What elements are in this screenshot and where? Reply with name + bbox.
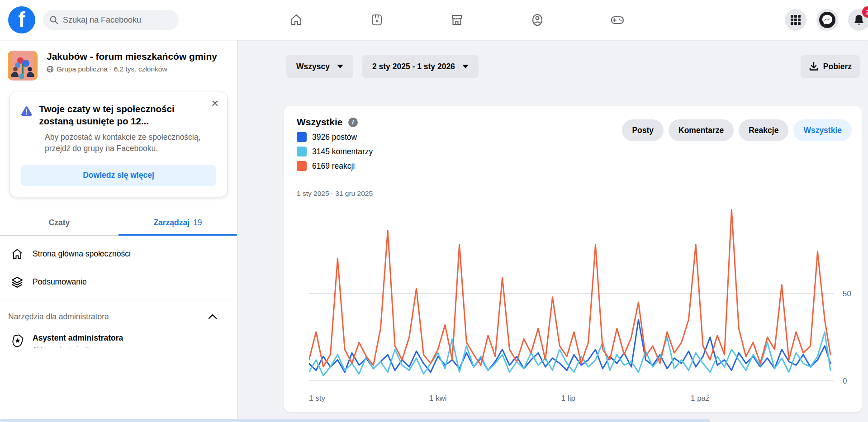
download-icon: [809, 62, 819, 71]
svg-text:1 kwi: 1 kwi: [429, 394, 447, 403]
groups-icon: [530, 13, 545, 27]
learn-more-button[interactable]: Dowiedz się więcej: [21, 165, 216, 186]
nav-tabs: [278, 0, 636, 40]
chevron-up-icon: [208, 314, 217, 319]
tab-czaty-label: Czaty: [49, 218, 70, 228]
group-name[interactable]: Jakubów - forum mieszkańców gminy: [47, 51, 217, 62]
watch-icon: [370, 13, 384, 27]
nav-home[interactable]: [278, 0, 314, 40]
warning-icon: [21, 103, 32, 119]
svg-text:1 paź: 1 paź: [691, 394, 710, 403]
tab-zarzadzaj-count: 19: [193, 218, 202, 228]
sidebar-tabs: Czaty Zarządzaj 19: [0, 210, 237, 236]
chevron-down-icon: [337, 65, 343, 68]
admin-tools-section-header[interactable]: Narzędzia dla administratora: [0, 304, 237, 328]
svg-text:50: 50: [843, 289, 851, 298]
sidebar-item-overview[interactable]: Podsumowanie: [0, 268, 237, 296]
metric-tabs: Posty Komentarze Reakcje Wszystkie: [622, 119, 852, 141]
audience-dropdown-value: Wszyscy: [296, 62, 330, 71]
tab-wszystkie[interactable]: Wszystkie: [793, 119, 852, 141]
sidebar-menu: Strona główna społeczności Podsumowanie: [0, 236, 237, 296]
close-icon[interactable]: ✕: [211, 99, 219, 108]
legend-swatch-reactions: [297, 161, 307, 171]
group-avatar[interactable]: [8, 51, 38, 81]
sidebar-item-admin-assist[interactable]: Asystent administratora Aktywne kryteria…: [0, 328, 237, 348]
activity-line-chart[interactable]: 0501 sty1 kwi1 lip1 paź: [309, 202, 865, 406]
admin-assist-label: Asystent administratora: [33, 333, 123, 343]
sidebar: Jakubów - forum mieszkańców gminy Grupa …: [0, 40, 237, 422]
chart-date-range: 1 sty 2025 - 31 gru 2025: [297, 190, 373, 198]
messenger-icon: [818, 11, 836, 29]
sidebar-item-label: Podsumowanie: [33, 277, 87, 287]
menu-grid-button[interactable]: [785, 9, 806, 31]
activity-chart-card: Wszystkie i 3926 postów 3145 komentarzy …: [284, 106, 862, 413]
notifications-icon: [853, 14, 865, 26]
info-icon[interactable]: i: [348, 118, 358, 127]
download-button[interactable]: Pobierz: [801, 55, 860, 78]
tab-zarzadzaj-label: Zarządzaj: [153, 218, 190, 228]
admin-assist-subtitle: Aktywne kryteria: 5: [33, 345, 123, 348]
gaming-icon: [610, 13, 625, 27]
svg-text:1 sty: 1 sty: [309, 394, 325, 403]
group-avatar-illustration: [8, 51, 38, 81]
legend-label: 6169 reakcji: [312, 161, 355, 171]
topbar-actions: 2: [785, 9, 868, 31]
legend-label: 3145 komentarzy: [312, 147, 373, 156]
scrollbar-thumb[interactable]: [0, 419, 710, 422]
chats-removal-alert: ✕ Twoje czaty w tej społeczności zostaną…: [10, 92, 227, 197]
admin-assist-icon: [11, 333, 24, 348]
facebook-logo[interactable]: f: [8, 6, 35, 33]
menu-grid-icon: [790, 14, 801, 25]
group-meta-text: Grupa publiczna · 6,2 tys. członków: [57, 65, 167, 73]
search-placeholder: Szukaj na Facebooku: [63, 15, 141, 25]
main-content: Wszyscy 2 sty 2025 - 1 sty 2026 Pobierz …: [237, 40, 868, 422]
tab-komentarze[interactable]: Komentarze: [669, 119, 734, 141]
divider: [0, 300, 237, 300]
tab-zarzadzaj[interactable]: Zarządzaj 19: [119, 210, 237, 235]
legend-item-comments: 3145 komentarzy: [297, 147, 373, 156]
chart-legend: 3926 postów 3145 komentarzy 6169 reakcji: [297, 132, 373, 171]
alert-body: Aby pozostać w kontakcie ze społeczności…: [21, 132, 216, 154]
download-label: Pobierz: [823, 62, 852, 71]
legend-swatch-posts: [297, 132, 307, 142]
home-icon: [11, 248, 24, 261]
date-range-dropdown[interactable]: 2 sty 2025 - 1 sty 2026: [362, 55, 479, 78]
tab-czaty[interactable]: Czaty: [0, 210, 119, 235]
layers-icon: [11, 276, 24, 289]
tab-reakcje[interactable]: Reakcje: [739, 119, 788, 141]
marketplace-icon: [450, 13, 464, 27]
nav-marketplace[interactable]: [439, 0, 475, 40]
sidebar-item-community-home[interactable]: Strona główna społeczności: [0, 240, 237, 268]
nav-groups[interactable]: [519, 0, 555, 40]
top-navigation-bar: f Szukaj na Facebooku: [0, 0, 868, 40]
nav-gaming[interactable]: [599, 0, 636, 40]
legend-item-posts: 3926 postów: [297, 132, 373, 142]
facebook-group-insights-page: f Szukaj na Facebooku: [0, 0, 868, 422]
nav-watch[interactable]: [359, 0, 395, 40]
group-meta: Grupa publiczna · 6,2 tys. członków: [47, 65, 217, 73]
svg-text:0: 0: [843, 377, 847, 385]
search-input[interactable]: Szukaj na Facebooku: [43, 10, 179, 30]
sidebar-item-label: Strona główna społeczności: [33, 249, 131, 259]
tab-posty[interactable]: Posty: [622, 119, 664, 141]
legend-label: 3926 postów: [312, 133, 357, 142]
globe-icon: [47, 66, 54, 73]
search-icon: [49, 15, 58, 24]
admin-tools-header-label: Narzędzia dla administratora: [8, 312, 109, 322]
home-icon: [289, 13, 304, 27]
chart-title: Wszystkie: [297, 117, 343, 128]
messenger-button[interactable]: [816, 9, 838, 31]
filter-row: Wszyscy 2 sty 2025 - 1 sty 2026: [286, 55, 479, 78]
notifications-button[interactable]: 2: [848, 9, 868, 31]
audience-dropdown[interactable]: Wszyscy: [286, 55, 353, 78]
date-range-value: 2 sty 2025 - 1 sty 2026: [372, 62, 455, 71]
alert-title: Twoje czaty w tej społeczności zostaną u…: [39, 103, 216, 127]
legend-swatch-comments: [297, 147, 307, 156]
legend-item-reactions: 6169 reakcji: [297, 161, 373, 171]
svg-text:1 lip: 1 lip: [561, 394, 575, 403]
chevron-down-icon: [462, 65, 469, 68]
horizontal-scrollbar[interactable]: [0, 419, 868, 422]
group-header: Jakubów - forum mieszkańców gminy Grupa …: [0, 40, 237, 81]
